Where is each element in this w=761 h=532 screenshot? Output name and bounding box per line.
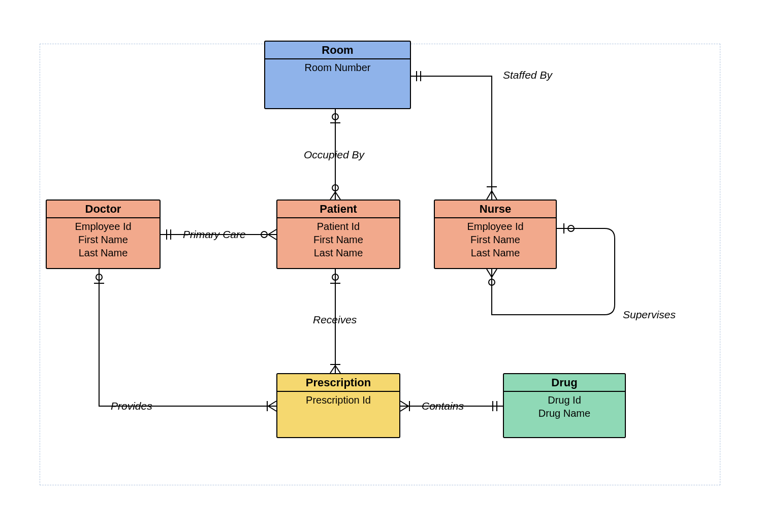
entity-prescription-title: Prescription [277,374,399,392]
entity-room-attrs: Room Number [265,59,410,77]
entity-drug[interactable]: Drug Drug Id Drug Name [503,373,626,438]
rel-occupied-by: Occupied By [304,149,364,161]
entity-prescription-attrs: Prescription Id [277,392,399,410]
rel-supervises: Supervises [623,309,676,321]
entity-doctor-title: Doctor [47,201,160,218]
entity-patient-title: Patient [277,201,399,218]
entity-attr: Room Number [268,61,407,74]
rel-staffed-by: Staffed By [503,69,552,81]
entity-attr: Patient Id [280,220,396,233]
entity-drug-attrs: Drug Id Drug Name [504,392,625,423]
rel-provides: Provides [111,400,152,412]
entity-attr: Last Name [50,246,156,259]
entity-attr: Employee Id [50,220,156,233]
entity-attr: Last Name [280,246,396,259]
entity-attr: First Name [438,233,553,246]
entity-nurse-attrs: Employee Id First Name Last Name [435,218,556,262]
entity-attr: First Name [280,233,396,246]
entity-room[interactable]: Room Room Number [264,41,411,109]
entity-attr: Prescription Id [280,393,396,407]
entity-patient-attrs: Patient Id First Name Last Name [277,218,399,262]
entity-drug-title: Drug [504,374,625,392]
rel-contains: Contains [422,400,464,412]
entity-nurse[interactable]: Nurse Employee Id First Name Last Name [434,200,557,269]
rel-receives: Receives [313,314,357,326]
entity-patient[interactable]: Patient Patient Id First Name Last Name [276,200,400,269]
entity-nurse-title: Nurse [435,201,556,218]
entity-doctor[interactable]: Doctor Employee Id First Name Last Name [46,200,161,269]
entity-attr: Last Name [438,246,553,259]
entity-attr: Drug Id [507,393,622,407]
entity-attr: First Name [50,233,156,246]
rel-primary-care: Primary Care [183,228,246,241]
entity-attr: Drug Name [507,407,622,420]
entity-room-title: Room [265,42,410,59]
entity-attr: Employee Id [438,220,553,233]
entity-doctor-attrs: Employee Id First Name Last Name [47,218,160,262]
entity-prescription[interactable]: Prescription Prescription Id [276,373,400,438]
